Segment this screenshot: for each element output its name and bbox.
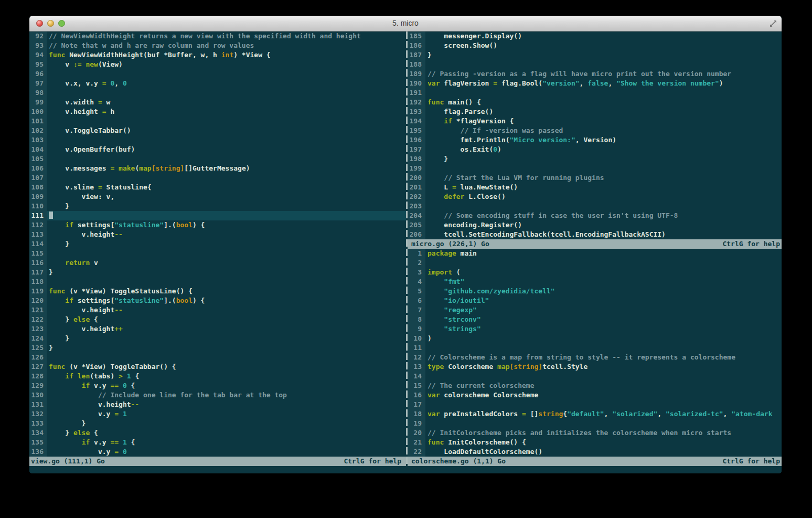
code-line[interactable]: 15// The current colorscheme xyxy=(408,381,782,390)
code-line[interactable]: 18var preInstalledColors = []string{"def… xyxy=(408,409,782,419)
code-line[interactable]: 104 v.OpenBuffer(buf) xyxy=(29,145,406,154)
code-line[interactable]: 100 v.height = h xyxy=(29,107,406,117)
code-line[interactable]: 112 if settings["statusline"].(bool) { xyxy=(29,220,406,230)
code-line[interactable]: 195 // If -version was passed xyxy=(408,126,782,135)
code-line[interactable]: 133 } xyxy=(29,419,406,428)
code-line[interactable]: 115 xyxy=(29,249,406,258)
code-line[interactable]: 125} xyxy=(29,343,406,353)
code-line[interactable]: 123 v.height++ xyxy=(29,324,406,334)
code-line[interactable]: 135 if v.y == 1 { xyxy=(29,438,406,447)
code-line[interactable]: 22 LoadDefaultColorscheme() xyxy=(408,447,782,457)
code-line[interactable]: 99 v.width = w xyxy=(29,98,406,107)
code-line[interactable]: 118 xyxy=(29,277,406,287)
code-line[interactable]: 105 xyxy=(29,154,406,164)
code-line[interactable]: 6 "io/ioutil" xyxy=(408,296,782,305)
code-area-micro-go[interactable]: 185 messenger.Display()186 screen.Show()… xyxy=(408,31,782,239)
code-line[interactable]: 194 if *flagVersion { xyxy=(408,117,782,126)
code-line[interactable]: 197 os.Exit(0) xyxy=(408,145,782,154)
code-line[interactable]: 203 xyxy=(408,202,782,211)
code-area-view-go[interactable]: 92// NewViewWidthHeight returns a new vi… xyxy=(29,31,406,457)
code-line[interactable]: 185 messenger.Display() xyxy=(408,31,782,41)
code-line[interactable]: 92// NewViewWidthHeight returns a new vi… xyxy=(29,31,406,41)
line-number: 107 xyxy=(29,173,47,183)
code-line[interactable]: 202 defer L.Close() xyxy=(408,192,782,202)
code-line[interactable]: 136 v.y = 0 xyxy=(29,447,406,457)
code-line[interactable]: 2 xyxy=(408,258,782,268)
code-line[interactable]: 16var colorscheme Colorscheme xyxy=(408,390,782,400)
code-line[interactable]: 199 xyxy=(408,164,782,173)
code-line[interactable]: 109 view: v, xyxy=(29,192,406,202)
code-line[interactable]: 192func main() { xyxy=(408,98,782,107)
code-line[interactable]: 103 xyxy=(29,135,406,145)
code-line[interactable]: 95 v := new(View) xyxy=(29,60,406,69)
window-titlebar[interactable]: 5. micro xyxy=(29,16,782,31)
code-line[interactable]: 121 v.height-- xyxy=(29,305,406,315)
code-line[interactable]: 124 } xyxy=(29,334,406,343)
code-area-colorscheme-go[interactable]: 1package main23import (4 "fmt"5 "github.… xyxy=(408,249,782,457)
code-line[interactable]: 117} xyxy=(29,268,406,277)
code-line[interactable]: 19 xyxy=(408,419,782,428)
code-line[interactable]: 187} xyxy=(408,50,782,60)
code-line[interactable]: 188 xyxy=(408,60,782,69)
code-line[interactable]: 116 return v xyxy=(29,258,406,268)
code-line[interactable]: 107 xyxy=(29,173,406,183)
code-line[interactable]: 206 tcell.SetEncodingFallback(tcell.Enco… xyxy=(408,230,782,239)
code-line[interactable]: 97 v.x, v.y = 0, 0 xyxy=(29,79,406,88)
code-line[interactable]: 196 fmt.Println("Micro version:", Versio… xyxy=(408,135,782,145)
code-line[interactable]: 130 // Include one line for the tab bar … xyxy=(29,390,406,400)
code-line[interactable]: 14 xyxy=(408,372,782,381)
code-line[interactable]: 1package main xyxy=(408,249,782,258)
code-line[interactable]: 111 xyxy=(29,211,406,220)
command-bar[interactable] xyxy=(29,466,782,473)
code-line[interactable]: 106 v.messages = make(map[string][]Gutte… xyxy=(29,164,406,173)
code-line[interactable]: 10) xyxy=(408,334,782,343)
code-line[interactable]: 129 if v.y == 0 { xyxy=(29,381,406,390)
code-line[interactable]: 113 v.height-- xyxy=(29,230,406,239)
code-line[interactable]: 8 "strconv" xyxy=(408,315,782,324)
code-line[interactable]: 17 xyxy=(408,400,782,409)
line-number: 185 xyxy=(408,31,425,41)
code-line[interactable]: 119func (v *View) ToggleStatusLine() { xyxy=(29,287,406,296)
code-line[interactable]: 193 flag.Parse() xyxy=(408,107,782,117)
code-line[interactable]: 131 v.height-- xyxy=(29,400,406,409)
code-line[interactable]: 201 L = lua.NewState() xyxy=(408,183,782,192)
code-line[interactable]: 12// Colorscheme is a map from string to… xyxy=(408,353,782,362)
code-line[interactable]: 7 "regexp" xyxy=(408,305,782,315)
code-line[interactable]: 13type Colorscheme map[string]tcell.Styl… xyxy=(408,362,782,372)
code-line[interactable]: 134 } else { xyxy=(29,428,406,438)
code-line[interactable]: 102 v.ToggleTabbar() xyxy=(29,126,406,135)
code-line[interactable]: 128 if len(tabs) > 1 { xyxy=(29,372,406,381)
code-line[interactable]: 96 xyxy=(29,69,406,79)
code-line[interactable]: 110 } xyxy=(29,202,406,211)
resize-icon[interactable] xyxy=(769,19,777,28)
code-line[interactable]: 127func (v *View) ToggleTabbar() { xyxy=(29,362,406,372)
line-content: v.y = 1 xyxy=(47,410,127,418)
code-line[interactable]: 94func NewViewWidthHeight(buf *Buffer, w… xyxy=(29,50,406,60)
code-line[interactable]: 101 xyxy=(29,117,406,126)
code-line[interactable]: 93// Note that w and h are raw column an… xyxy=(29,41,406,50)
code-line[interactable]: 21func InitColorscheme() { xyxy=(408,438,782,447)
code-line[interactable]: 186 screen.Show() xyxy=(408,41,782,50)
code-line[interactable]: 200 // Start the Lua VM for running plug… xyxy=(408,173,782,183)
code-line[interactable]: 120 if settings["statusline"].(bool) { xyxy=(29,296,406,305)
status-help-hint: CtrlG for help xyxy=(344,457,401,466)
code-line[interactable]: 189// Passing -version as a flag will ha… xyxy=(408,69,782,79)
code-line[interactable]: 108 v.sline = Statusline{ xyxy=(29,183,406,192)
code-line[interactable]: 191 xyxy=(408,88,782,98)
code-line[interactable]: 198 } xyxy=(408,154,782,164)
code-line[interactable]: 204 // Some encoding stuff in case the u… xyxy=(408,211,782,220)
code-line[interactable]: 114 } xyxy=(29,239,406,249)
code-line[interactable]: 5 "github.com/zyedidia/tcell" xyxy=(408,287,782,296)
code-line[interactable]: 122 } else { xyxy=(29,315,406,324)
code-line[interactable]: 20// InitColorscheme picks and initializ… xyxy=(408,428,782,438)
code-line[interactable]: 4 "fmt" xyxy=(408,277,782,287)
code-line[interactable]: 9 "strings" xyxy=(408,324,782,334)
code-line[interactable]: 132 v.y = 1 xyxy=(29,409,406,419)
line-content: v.x, v.y = 0, 0 xyxy=(47,79,127,87)
code-line[interactable]: 98 xyxy=(29,88,406,98)
code-line[interactable]: 3import ( xyxy=(408,268,782,277)
code-line[interactable]: 205 encoding.Register() xyxy=(408,220,782,230)
code-line[interactable]: 190var flagVersion = flag.Bool("version"… xyxy=(408,79,782,88)
code-line[interactable]: 126 xyxy=(29,353,406,362)
code-line[interactable]: 11 xyxy=(408,343,782,353)
